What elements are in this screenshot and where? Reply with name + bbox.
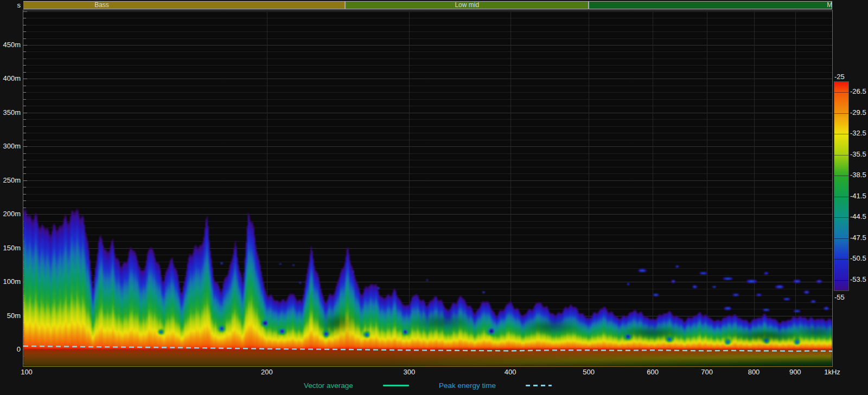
- y-axis-tick-label: 250m: [0, 176, 21, 185]
- color-scale-tick-label: -26.5: [850, 87, 866, 95]
- color-scale-tick-label: -47.5: [850, 234, 866, 242]
- plot-frame: [23, 10, 833, 367]
- color-scale-tick-label: -50.5: [850, 254, 866, 262]
- color-scale-tick: [834, 259, 848, 260]
- color-scale-tick: [834, 197, 848, 197]
- band-label: Mid: [827, 2, 832, 9]
- x-axis-tick-label: 500: [583, 368, 595, 376]
- color-scale-tick: [834, 113, 848, 114]
- x-axis-tick-label: 600: [647, 368, 659, 376]
- y-axis-unit-label: s: [0, 1, 21, 10]
- x-axis-tick-label: 800: [748, 368, 760, 376]
- color-scale-tick-label: -35.5: [850, 150, 866, 158]
- frequency-band-header: BassLow midMid: [23, 1, 832, 9]
- x-axis-tick-label: 1kHz: [824, 368, 840, 376]
- legend-vector-average-label: Vector average: [304, 381, 353, 390]
- y-axis-tick-label: 400m: [0, 74, 21, 83]
- trace-legend: Vector average Peak energy time: [23, 381, 832, 390]
- legend-peak-energy-line-swatch: [526, 385, 552, 386]
- legend-peak-energy-label: Peak energy time: [439, 381, 496, 390]
- y-axis-tick-label: 150m: [0, 244, 21, 252]
- y-axis-tick-label: 100m: [0, 277, 21, 286]
- color-scale-bar: [834, 81, 849, 291]
- color-scale-tick-label: -32.5: [850, 129, 866, 137]
- legend-vector-average-line-swatch: [383, 385, 409, 386]
- color-scale-tick-label: -29.5: [850, 108, 866, 116]
- x-axis-tick-label: 100: [21, 368, 33, 376]
- y-axis-tick-label: 0: [0, 345, 21, 354]
- color-scale-tick-label: -41.5: [850, 192, 866, 200]
- x-axis-tick-label: 200: [261, 368, 273, 376]
- y-axis-tick-label: 350m: [0, 108, 21, 117]
- band-label: Bass: [94, 2, 109, 9]
- color-scale-tick: [834, 238, 848, 239]
- color-scale-tick: [834, 134, 848, 134]
- color-scale-tick-label: -44.5: [850, 212, 866, 221]
- x-axis-tick-label: 400: [505, 368, 516, 376]
- band-mid: [589, 1, 832, 9]
- spectrogram-view: s BassLow midMid 450m400m350m300m250m200…: [0, 0, 868, 395]
- x-axis-tick-label: 900: [789, 368, 801, 376]
- color-scale-tick-label: -55: [834, 293, 845, 301]
- color-scale-tick: [834, 280, 848, 281]
- color-scale-tick: [834, 92, 848, 93]
- y-axis-tick-label: 300m: [0, 142, 21, 151]
- color-scale-tick-label: -38.5: [850, 171, 866, 179]
- y-axis-tick-label: 450m: [0, 41, 21, 49]
- x-axis-tick-label: 300: [404, 368, 416, 376]
- y-axis-tick-label: 200m: [0, 210, 21, 218]
- color-scale-tick: [834, 217, 848, 218]
- color-scale-tick: [834, 155, 848, 156]
- color-scale-tick: [834, 176, 848, 176]
- y-axis-tick-label: 50m: [0, 312, 21, 320]
- band-label: Low mid: [455, 2, 479, 9]
- color-scale-tick-label: -25: [834, 73, 845, 81]
- spectrogram-canvas[interactable]: [23, 10, 832, 366]
- band-bass: [23, 1, 345, 9]
- color-scale-tick-label: -53.5: [850, 275, 866, 283]
- x-axis-tick-label: 700: [701, 368, 713, 376]
